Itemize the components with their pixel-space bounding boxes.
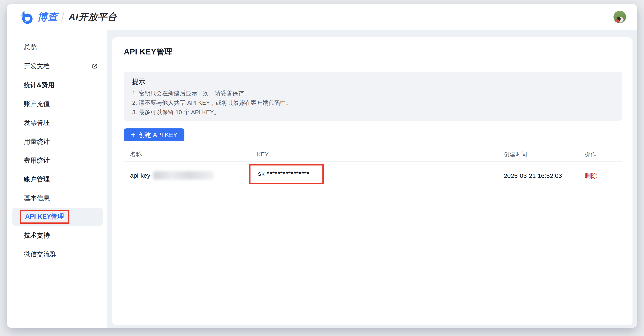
create-api-key-label: 创建 API KEY <box>139 131 177 139</box>
tips-title: 提示 <box>132 77 614 86</box>
sidebar-item-label: 费用统计 <box>24 156 50 165</box>
sidebar-item-label: 基本信息 <box>24 194 50 203</box>
table-row: api-key- sk-**************** 2025-03-21 … <box>124 161 622 190</box>
sidebar-item-label: 总览 <box>24 43 37 52</box>
cell-key: sk-**************** <box>251 167 498 184</box>
sidebar-item-api-key-management[interactable]: API KEY管理 <box>12 208 103 226</box>
cell-created-at: 2025-03-21 16:52:03 <box>498 172 578 179</box>
annotation-box-sidebar: API KEY管理 <box>20 210 70 224</box>
sidebar-section-stats-fees[interactable]: 统计&费用 <box>7 76 107 94</box>
column-header-key: KEY <box>251 151 498 158</box>
sidebar-section-label: 统计&费用 <box>24 81 54 89</box>
sidebar-item-dev-docs[interactable]: 开发文档 <box>7 57 107 76</box>
redacted-name-blur <box>153 171 214 180</box>
sidebar-item-label: 微信交流群 <box>24 250 56 259</box>
top-bar: 博查 AI开放平台 <box>7 4 637 30</box>
bocha-logo-icon <box>18 9 34 25</box>
sidebar-item-label: 用量统计 <box>24 137 50 146</box>
delete-link[interactable]: 删除 <box>584 172 597 179</box>
brand-name: 博查 <box>37 10 58 24</box>
sidebar-item-overview[interactable]: 总览 <box>7 38 107 57</box>
content-area: API KEY管理 提示 1. 密钥只会在新建后显示一次，请妥善保存。 2. 请… <box>107 30 637 328</box>
sidebar-item-label: 账户充值 <box>24 99 50 108</box>
user-avatar[interactable] <box>614 11 626 23</box>
api-key-table: 名称 KEY 创建时间 操作 api-key- sk-*************… <box>124 148 622 190</box>
api-key-name-prefix: api-key- <box>130 172 152 179</box>
plus-icon: + <box>131 131 135 138</box>
tips-item: 3. 最多可以保留 10 个 API KEY。 <box>132 107 614 117</box>
column-header-action: 操作 <box>578 150 622 158</box>
sidebar-item-invoice-management[interactable]: 发票管理 <box>7 113 107 132</box>
sidebar-section-label: 账户管理 <box>24 175 50 184</box>
app-window: 博查 AI开放平台 总览 开发文档 统计&费用 账户充值 <box>7 4 637 328</box>
cell-action: 删除 <box>578 172 622 180</box>
annotation-box-key: sk-**************** <box>249 164 324 184</box>
column-header-created-at: 创建时间 <box>498 150 578 158</box>
main-card: API KEY管理 提示 1. 密钥只会在新建后显示一次，请妥善保存。 2. 请… <box>112 37 632 325</box>
title-divider <box>124 63 622 63</box>
external-link-icon <box>91 63 98 70</box>
sidebar-item-label: 发票管理 <box>24 118 50 127</box>
create-api-key-button[interactable]: + 创建 API KEY <box>124 128 184 141</box>
sidebar: 总览 开发文档 统计&费用 账户充值 发票管理 用量统计 <box>7 30 107 328</box>
tips-item: 2. 请不要与他人共享 API KEY，或将其暴露在客户端代码中。 <box>132 98 614 107</box>
app-body: 总览 开发文档 统计&费用 账户充值 发票管理 用量统计 <box>7 30 637 328</box>
masked-api-key: sk-**************** <box>258 170 310 177</box>
sidebar-item-cost-stats[interactable]: 费用统计 <box>7 151 107 170</box>
cell-name: api-key- <box>124 172 251 180</box>
sidebar-section-label: 技术支持 <box>24 231 50 240</box>
brand-divider <box>61 12 64 22</box>
sidebar-section-tech-support[interactable]: 技术支持 <box>7 226 107 245</box>
sidebar-section-account-management[interactable]: 账户管理 <box>7 170 107 189</box>
tips-item: 1. 密钥只会在新建后显示一次，请妥善保存。 <box>132 89 614 98</box>
sidebar-item-label: 开发文档 <box>24 62 50 71</box>
sidebar-item-usage-stats[interactable]: 用量统计 <box>7 132 107 151</box>
sidebar-item-wechat-group[interactable]: 微信交流群 <box>7 245 107 264</box>
tips-box: 提示 1. 密钥只会在新建后显示一次，请妥善保存。 2. 请不要与他人共享 AP… <box>124 72 622 121</box>
page-title: API KEY管理 <box>124 47 622 57</box>
brand: 博查 AI开放平台 <box>18 9 117 25</box>
brand-platform-title: AI开放平台 <box>68 11 117 23</box>
sidebar-item-account-recharge[interactable]: 账户充值 <box>7 94 107 113</box>
sidebar-item-basic-info[interactable]: 基本信息 <box>7 189 107 208</box>
table-header-row: 名称 KEY 创建时间 操作 <box>124 148 622 161</box>
column-header-name: 名称 <box>124 150 251 158</box>
